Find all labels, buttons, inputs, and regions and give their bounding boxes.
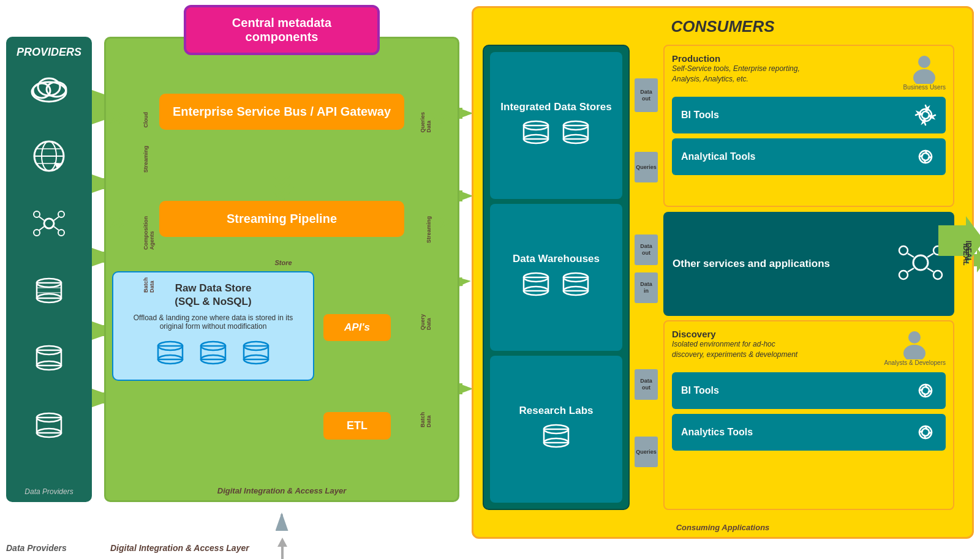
streaming-left-arrows xyxy=(109,216,134,231)
ideal-label: IDEAL xyxy=(962,244,970,266)
svg-line-45 xyxy=(39,217,44,220)
other-services-hub-icon xyxy=(896,238,945,290)
research-labs-title: Research Labs xyxy=(519,405,594,417)
streaming-title: Streaming Pipeline xyxy=(227,212,337,225)
svg-line-46 xyxy=(54,217,59,220)
analytics-tools-row: Analytics Tools xyxy=(672,414,946,451)
streaming-right-arrows xyxy=(430,216,454,231)
analytics-tools-label: Analytics Tools xyxy=(681,427,753,438)
rawdata-db-icons xyxy=(123,340,304,370)
discovery-panel: Discovery Isolated environment for ad-ho… xyxy=(663,320,954,510)
production-panel: Production Self-Service tools, Enterpris… xyxy=(663,45,954,207)
flow-label-batch: BatchData xyxy=(143,277,155,293)
etl-box: ETL xyxy=(323,412,391,440)
globe-icon xyxy=(28,135,70,178)
flow-label-cloud: Cloud xyxy=(143,112,149,128)
svg-marker-62 xyxy=(430,112,442,124)
warehouses-db-icons xyxy=(519,271,593,302)
rawdata-desc: Offload & landing zone where data is sto… xyxy=(123,313,304,331)
data-providers-bottom-label: Data Providers xyxy=(6,543,67,553)
svg-line-110 xyxy=(927,268,933,272)
apis-label: API's xyxy=(344,321,370,333)
production-title: Production xyxy=(672,53,807,64)
providers-label: Data Providers xyxy=(24,487,73,496)
integrated-data-stores-title: Integrated Data Stores xyxy=(500,101,611,113)
svg-point-41 xyxy=(34,211,40,217)
apis-box: API's xyxy=(323,314,391,341)
bi-tools-label-production: BI Tools xyxy=(681,110,719,121)
svg-point-102 xyxy=(913,255,928,270)
production-desc: Self-Service tools, Enterprise reporting… xyxy=(672,64,807,84)
cloud-icon xyxy=(28,67,70,110)
metadata-title: Central metadata components xyxy=(232,16,331,43)
data-warehouses-title: Data Warehouses xyxy=(513,253,600,265)
flow-label-right3: QueryData xyxy=(420,314,432,330)
business-users-area: Business Users xyxy=(903,53,946,91)
svg-point-42 xyxy=(58,211,64,217)
analysts-users-area: Analysts & Developers xyxy=(884,329,946,366)
svg-rect-82 xyxy=(524,126,548,139)
svg-marker-68 xyxy=(109,216,121,228)
bi-tools-row-discovery: BI Tools xyxy=(672,372,946,409)
data-in-connector: Datain xyxy=(635,272,658,303)
analysts-label: Analysts & Developers xyxy=(884,359,946,366)
bottom-up-arrow xyxy=(279,538,286,559)
bi-tools-row-production: BI Tools xyxy=(672,97,946,133)
svg-marker-60 xyxy=(109,112,121,124)
svg-rect-85 xyxy=(564,126,588,139)
svg-marker-70 xyxy=(430,216,442,228)
bi-tools-gear-icon-discovery xyxy=(914,380,937,402)
discovery-desc: Isolated environment for ad-hoc discover… xyxy=(672,339,807,360)
flow-label-streaming2: Streaming xyxy=(143,146,149,173)
consumers-title: CONSUMERS xyxy=(483,17,963,36)
analytical-tools-label: Analytical Tools xyxy=(681,151,756,162)
svg-rect-73 xyxy=(158,346,183,359)
network-hub-icon xyxy=(28,202,70,245)
provider-db1-icon xyxy=(28,269,70,312)
data-warehouses-box: Data Warehouses xyxy=(490,204,622,351)
svg-point-106 xyxy=(933,271,942,279)
data-out-connector-1: Dataout xyxy=(635,78,658,112)
diagram-container: PROVIDERS xyxy=(0,0,980,559)
other-services-title: Other services and applications xyxy=(673,257,830,271)
analytical-tools-gear-icon xyxy=(914,146,937,168)
flow-label-compl: CompositionAgents xyxy=(143,216,155,250)
svg-line-47 xyxy=(39,227,44,230)
providers-title: PROVIDERS xyxy=(17,46,81,59)
data-out-connector-2: Dataout xyxy=(635,234,658,265)
svg-point-117 xyxy=(922,429,929,436)
streaming-box: Streaming Pipeline xyxy=(159,201,404,237)
svg-point-96 xyxy=(918,56,930,68)
providers-column: PROVIDERS xyxy=(6,37,92,502)
analytical-tools-row: Analytical Tools xyxy=(672,138,946,175)
svg-point-97 xyxy=(913,69,935,84)
data-boxes-column: Integrated Data Stores Data Warehouses R… xyxy=(483,45,630,510)
consumer-apps-label: Consuming Applications xyxy=(676,523,770,532)
flow-label-right2: Streaming xyxy=(426,216,432,243)
svg-rect-76 xyxy=(201,346,225,359)
svg-point-43 xyxy=(34,230,40,236)
svg-rect-88 xyxy=(524,277,548,291)
integration-layer-label: Digital Integration & Access Layer xyxy=(217,486,346,495)
esb-right-arrows xyxy=(430,112,454,127)
metadata-box: Central metadata components xyxy=(184,5,380,55)
research-labs-box: Research Labs xyxy=(490,356,622,503)
svg-marker-119 xyxy=(277,538,287,559)
consumers-section: CONSUMERS Integrated Data Stores Data Wa… xyxy=(472,6,974,539)
svg-line-107 xyxy=(908,253,914,257)
data-out-connector-3: Dataout xyxy=(635,369,658,400)
svg-point-114 xyxy=(903,345,925,359)
digital-integration-bottom-label: Digital Integration & Access Layer xyxy=(110,543,249,553)
svg-point-44 xyxy=(58,230,64,236)
svg-line-108 xyxy=(927,253,933,257)
svg-line-109 xyxy=(908,268,914,272)
svg-rect-91 xyxy=(564,277,588,291)
research-db-icons xyxy=(540,423,573,454)
svg-point-100 xyxy=(922,153,929,160)
svg-point-103 xyxy=(899,246,908,255)
esb-down-arrows xyxy=(266,172,297,205)
svg-point-98 xyxy=(922,111,929,119)
svg-rect-94 xyxy=(544,429,568,443)
ideal-arrow: IDEAL IDEAL xyxy=(938,213,980,271)
input-chevrons-esb xyxy=(109,112,134,124)
